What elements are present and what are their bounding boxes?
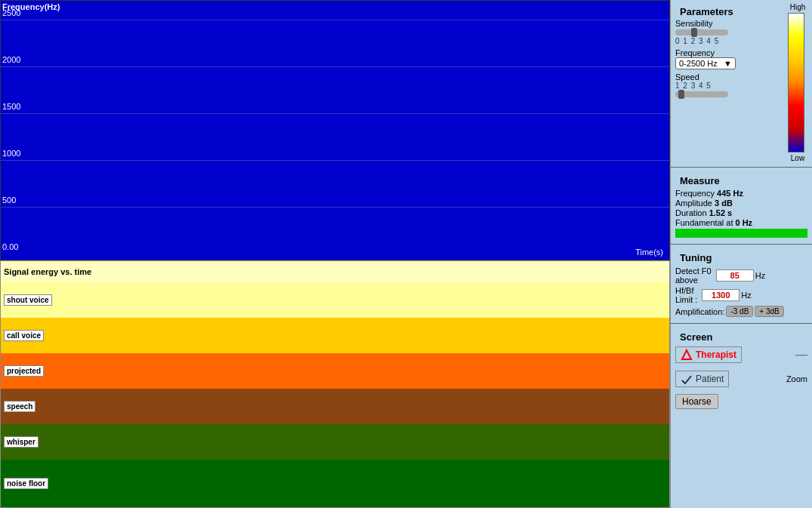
measure-title: Measure (675, 172, 807, 188)
patient-button[interactable]: Patient (675, 371, 729, 387)
measure-fund-value: 0 Hz (736, 218, 753, 227)
therapist-label: Therapist (696, 349, 736, 360)
params-measure-divider (671, 167, 812, 168)
shout-voice-row: shout voice (1, 282, 669, 318)
freq-line-2500 (1, 20, 669, 20)
measure-freq-label: Frequency (675, 189, 715, 198)
hfbf-label: Hf/BfLimit : (675, 286, 697, 304)
measure-tuning-divider (671, 244, 812, 245)
measure-duration: Duration 1.52 s (675, 208, 807, 217)
screen-title: Screen (675, 328, 807, 344)
noise-floor-row: noise floor (1, 460, 669, 507)
low-label: Low (788, 154, 807, 162)
detect-f0-row: Detect F0above Hz (675, 266, 807, 285)
zoom-label: Zoom (786, 374, 807, 383)
therapist-triangle-icon (681, 349, 693, 361)
measure-amplitude: Amplitude 3 dB (675, 199, 807, 208)
hoarse-button[interactable]: Hoarse (675, 394, 718, 409)
vs-time-label: vs. time (60, 267, 91, 276)
freq-label-2500: 2500 (2, 8, 20, 17)
spectrogram: Frequency(Hz) 2500 2000 1500 1000 500 0.… (0, 0, 670, 260)
measure-freq-value: 445 Hz (717, 189, 743, 198)
right-panel: Parameters Sensibility 0 1 2 3 4 5 Frequ… (670, 0, 812, 508)
speed-scale: 1 2 3 4 5 (675, 82, 785, 90)
tuning-title: Tuning (675, 249, 807, 265)
speed-thumb (678, 90, 684, 99)
amp-minus-button[interactable]: -3 dB (726, 306, 753, 317)
sensibility-slider[interactable] (675, 29, 728, 35)
color-scale-container: High Low (788, 3, 807, 162)
frequency-label: Frequency (675, 48, 785, 57)
whisper-row: whisper (1, 424, 669, 460)
call-voice-label: call voice (4, 330, 44, 341)
energy-header-row: Signal energy vs. time (1, 261, 669, 282)
freq-line-1000 (1, 160, 669, 161)
amp-plus-button[interactable]: + 3dB (755, 306, 783, 317)
therapist-dash: — (795, 348, 807, 362)
patient-label: Patient (696, 374, 724, 384)
amplification-label: Amplification: (675, 307, 724, 316)
freq-label-0: 0.00 (2, 242, 18, 251)
hfbf-row: Hf/BfLimit : Hz (675, 286, 807, 304)
freq-line-2000 (1, 66, 669, 67)
freq-label-1500: 1500 (2, 102, 20, 111)
measure-frequency: Frequency 445 Hz (675, 189, 807, 198)
svg-marker-0 (682, 350, 691, 359)
speed-label: Speed (675, 72, 785, 82)
call-voice-row: call voice (1, 318, 669, 353)
speed-slider[interactable] (675, 91, 728, 97)
detect-f0-hz: Hz (755, 271, 765, 280)
frequency-dropdown[interactable]: 0-2500 Hz ▼ (675, 57, 736, 69)
measure-fundamental: Fundamental at 0 Hz (675, 218, 807, 227)
measure-amp-value: 3 dB (715, 199, 733, 208)
hoarse-row: Hoarse (675, 394, 807, 409)
tuning-section: Tuning Detect F0above Hz Hf/BfLimit : Hz… (671, 246, 812, 322)
amplification-row: Amplification: -3 dB + 3dB (675, 306, 807, 317)
sensibility-label: Sensibility (675, 19, 785, 28)
signal-energy-panel: Signal energy vs. time shout voice call … (0, 260, 670, 508)
parameters-title: Parameters (675, 3, 785, 19)
hfbf-hz: Hz (741, 291, 751, 300)
screen-section: Screen Therapist — Patient Zoom Hoars (671, 325, 812, 508)
noise-floor-label: noise floor (4, 478, 48, 489)
frequency-value: 0-2500 Hz (679, 59, 718, 68)
therapist-button[interactable]: Therapist (675, 346, 742, 363)
projected-label: projected (4, 365, 44, 377)
freq-line-500 (1, 207, 669, 208)
speech-row: speech (1, 389, 669, 424)
freq-label-1000: 1000 (2, 149, 20, 158)
sensibility-thumb (691, 28, 697, 37)
whisper-label: whisper (4, 436, 39, 448)
freq-label-500: 500 (2, 196, 16, 205)
freq-label-2000: 2000 (2, 55, 20, 64)
patient-zoom-row: Patient Zoom (675, 368, 807, 389)
detect-f0-label: Detect F0above (675, 266, 712, 285)
color-gradient (788, 13, 804, 152)
sensibility-scale: 0 1 2 3 4 5 (675, 37, 785, 45)
parameters-section: Parameters Sensibility 0 1 2 3 4 5 Frequ… (671, 0, 812, 165)
measure-section: Measure Frequency 445 Hz Amplitude 3 dB … (671, 169, 812, 242)
speech-label: speech (4, 401, 36, 412)
patient-check-icon (681, 373, 693, 385)
shout-voice-label: shout voice (4, 294, 52, 306)
measure-dur-label: Duration (675, 208, 707, 217)
therapist-row: Therapist — (675, 344, 807, 365)
high-label: High (788, 3, 807, 11)
time-label: Time(s) (635, 248, 663, 257)
hfbf-input[interactable] (702, 289, 739, 301)
freq-line-1500 (1, 113, 669, 114)
signal-energy-label: Signal energy (4, 267, 58, 276)
measure-dur-value: 1.52 s (709, 208, 733, 217)
green-indicator-bar (675, 229, 807, 238)
dropdown-arrow: ▼ (724, 59, 732, 68)
measure-amp-label: Amplitude (675, 199, 712, 208)
measure-fund-label: Fundamental at (675, 218, 733, 227)
tuning-screen-divider (671, 323, 812, 324)
detect-f0-input[interactable] (716, 269, 754, 282)
projected-row: projected (1, 353, 669, 389)
